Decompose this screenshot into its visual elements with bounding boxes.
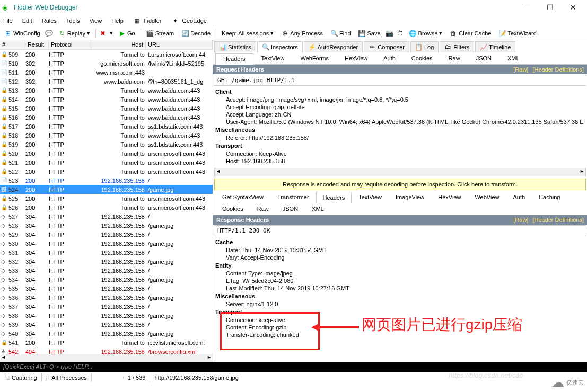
session-row[interactable]: 🔒522200HTTPTunnel tours.microsoft.com:44… (0, 167, 213, 176)
timer-icon[interactable]: ⏱ (397, 30, 404, 37)
response-tab-headers[interactable]: Headers (316, 192, 352, 203)
session-row[interactable]: ◇529304HTTP192.168.235.158/ (0, 230, 213, 239)
find-button[interactable]: 🔍Find (328, 29, 353, 38)
col-num[interactable]: # (0, 40, 25, 49)
request-tab-raw[interactable]: Raw (441, 52, 468, 64)
session-row[interactable]: ◇537304HTTP192.168.235.158/ (0, 302, 213, 311)
inspector-tab-inspectors[interactable]: 🔍Inspectors (257, 41, 303, 52)
response-raw-link[interactable]: [Raw] (513, 217, 528, 223)
grid-hscroll[interactable] (0, 354, 213, 362)
menu-edit[interactable]: Edit (21, 16, 33, 25)
response-tab-getsyntaxview[interactable]: Get SyntaxView (215, 191, 270, 203)
request-tab-json[interactable]: JSON (468, 52, 500, 64)
session-row[interactable]: ◇533304HTTP192.168.235.158/ (0, 266, 213, 275)
request-tab-headers[interactable]: Headers (215, 53, 253, 65)
session-row[interactable]: 📄510302HTTPgo.microsoft.com/fwlink/?Link… (0, 59, 213, 68)
response-tab-caching[interactable]: Caching (532, 191, 567, 203)
inspector-tab-filters[interactable]: 🗂Filters (440, 41, 474, 52)
decode-banner[interactable]: Response is encoded and may require deco… (214, 179, 586, 190)
session-row[interactable]: ◇536304HTTP192.168.235.158/game.jpg (0, 293, 213, 302)
session-row[interactable]: 🔒514200HTTPTunnel towww.baidu.com:443 (0, 95, 213, 104)
session-row[interactable]: ◇531304HTTP192.168.235.158/ (0, 248, 213, 257)
clearcache-button[interactable]: 🗑Clear Cache (448, 29, 493, 38)
session-row[interactable]: ◇528304HTTP192.168.235.158/game.jpg (0, 221, 213, 230)
response-tab-raw[interactable]: Raw (250, 203, 276, 215)
inspector-tab-log[interactable]: 📋Log (410, 41, 439, 52)
minimize-button[interactable]: — (515, 0, 538, 15)
session-row[interactable]: 🔒518200HTTPTunnel towww.baidu.com:443 (0, 131, 213, 140)
response-defs-link[interactable]: [Header Definitions] (532, 217, 584, 223)
stream-button[interactable]: 🎬Stream (144, 29, 176, 38)
request-tab-webforms[interactable]: WebForms (292, 52, 337, 64)
session-row[interactable]: ◇539304HTTP192.168.235.158/ (0, 320, 213, 329)
request-tab-hexview[interactable]: HexView (337, 52, 375, 64)
response-tab-hexview[interactable]: HexView (431, 191, 468, 203)
session-row[interactable]: 🔒515200HTTPTunnel towww.baidu.com:443 (0, 104, 213, 113)
quickexec-bar[interactable]: [QuickExec] ALT+Q > type HELP... (0, 362, 587, 372)
col-url[interactable]: URL (146, 40, 213, 49)
inspector-tab-statistics[interactable]: 📊Statistics (214, 41, 256, 52)
session-row[interactable]: ◇532304HTTP192.168.235.158/game.jpg (0, 257, 213, 266)
request-tree[interactable]: ClientAccept: image/png, image/svg+xml, … (213, 86, 587, 167)
inspector-tab-composer[interactable]: ✏Composer (364, 41, 409, 52)
response-tab-json[interactable]: JSON (276, 203, 305, 215)
request-tab-cookies[interactable]: Cookies (404, 52, 441, 64)
response-tab-textview[interactable]: TextView (352, 191, 389, 203)
menu-view[interactable]: View (89, 16, 103, 25)
session-row[interactable]: 🔒526200HTTPTunnel tours.microsoft.com:44… (0, 203, 213, 212)
inspector-tab-timeline[interactable]: 📈Timeline (475, 41, 515, 52)
menu-help[interactable]: Help (110, 16, 125, 25)
request-defs-link[interactable]: [Header Definitions] (532, 66, 584, 73)
menu-geoedge[interactable]: ✦GeoEdge (171, 15, 208, 26)
col-host[interactable]: Host (91, 40, 146, 49)
camera-icon[interactable]: 📷 (386, 30, 393, 37)
session-row[interactable]: 🖼524200HTTP192.168.235.158/game.jpg (0, 185, 213, 194)
session-row[interactable]: 🔒525200HTTPTunnel tours.microsoft.com:44… (0, 194, 213, 203)
session-row[interactable]: 🔒517200HTTPTunnel toss1.bdstatic.com:443 (0, 122, 213, 131)
decode-button[interactable]: 🔄Decode (179, 29, 213, 38)
menu-tools[interactable]: Tools (65, 16, 81, 25)
request-hscroll[interactable]: ◄► (214, 168, 586, 176)
request-tab-xml[interactable]: XML (500, 52, 528, 64)
session-row[interactable]: ⚠542404HTTP192.168.235.158/browserconfig… (0, 347, 213, 354)
winconfig-button[interactable]: ⊞WinConfig (2, 29, 42, 38)
remove-icon[interactable]: ✖ (99, 30, 107, 37)
session-row[interactable]: ◇534304HTTP192.168.235.158/game.jpg (0, 275, 213, 284)
response-tab-webview[interactable]: WebView (468, 191, 506, 203)
response-tab-imageview[interactable]: ImageView (389, 191, 431, 203)
session-row[interactable]: ◇535304HTTP192.168.235.158/ (0, 284, 213, 293)
col-result[interactable]: Result (25, 40, 49, 49)
request-tab-textview[interactable]: TextView (253, 52, 293, 64)
session-row[interactable]: 🔒509200HTTPTunnel tot.urs.microsoft.com:… (0, 50, 213, 59)
maximize-button[interactable]: ☐ (538, 0, 562, 15)
process-filter[interactable]: ≡All Processes (42, 373, 92, 382)
menu-fiddler[interactable]: ▦Fiddler (132, 15, 164, 26)
response-tab-cookies[interactable]: Cookies (215, 203, 250, 215)
menu-rules[interactable]: Rules (41, 16, 58, 25)
anyprocess-button[interactable]: ⊕Any Process (279, 29, 325, 38)
save-button[interactable]: 💾Save (356, 29, 383, 38)
session-row[interactable]: ◇530304HTTP192.168.235.158/game.jpg (0, 239, 213, 248)
session-row[interactable]: 🔒519200HTTPTunnel toss1.bdstatic.com:443 (0, 140, 213, 149)
textwizard-button[interactable]: 📝TextWizard (496, 29, 538, 38)
col-protocol[interactable]: Protocol (49, 40, 91, 49)
capturing-indicator[interactable]: ⬚Capturing (0, 373, 42, 382)
response-tab-transformer[interactable]: Transformer (270, 191, 316, 203)
go-button[interactable]: ▶Go (116, 29, 137, 38)
inspector-tab-autoresponder[interactable]: ⚡AutoResponder (304, 41, 363, 52)
grid-body[interactable]: 🔒509200HTTPTunnel tot.urs.microsoft.com:… (0, 50, 213, 354)
request-raw-link[interactable]: [Raw] (513, 66, 528, 73)
session-row[interactable]: 🔒516200HTTPTunnel towww.baidu.com:443 (0, 113, 213, 122)
session-row[interactable]: 🔒520200HTTPTunnel tours.microsoft.com:44… (0, 149, 213, 158)
session-row[interactable]: 📄511200HTTPwww.msn.com:443 (0, 68, 213, 77)
browse-button[interactable]: 🌐Browse▾ (407, 29, 445, 38)
session-row[interactable]: 📄523200HTTP192.168.235.158/ (0, 176, 213, 185)
session-row[interactable]: 📄512302HTTPwww.baidu.com/?tn=80035161_1_… (0, 77, 213, 86)
request-tab-auth[interactable]: Auth (375, 52, 404, 64)
response-tab-xml[interactable]: XML (305, 203, 331, 215)
comment-icon[interactable]: 💬 (46, 30, 53, 37)
session-row[interactable]: ◇527304HTTP192.168.235.158/ (0, 212, 213, 221)
session-row[interactable]: 🔒541200HTTPTunnel toiecvlist.microsoft.c… (0, 338, 213, 347)
response-tab-auth[interactable]: Auth (506, 191, 532, 203)
session-row[interactable]: 🔒513200HTTPTunnel towww.baidu.com:443 (0, 86, 213, 95)
